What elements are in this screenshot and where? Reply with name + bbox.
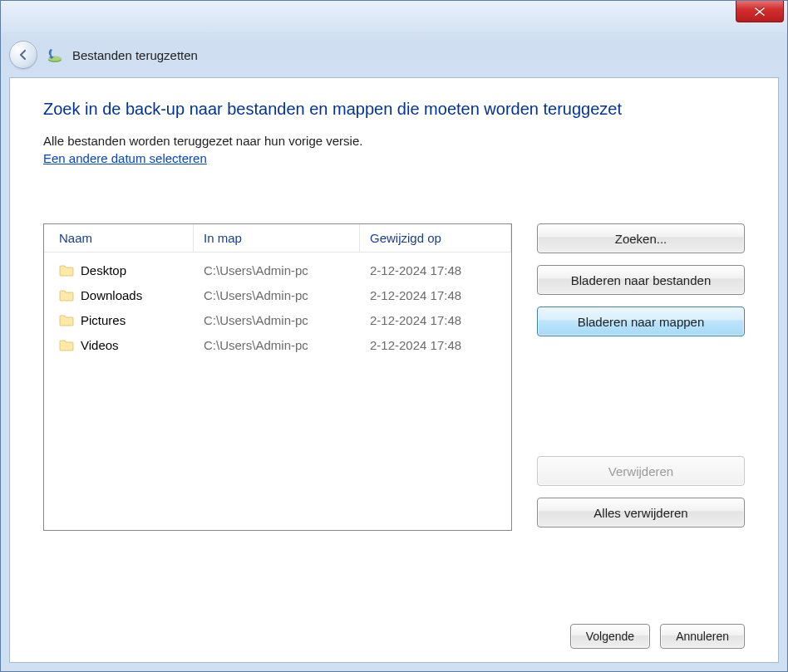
browse-files-button[interactable]: Bladeren naar bestanden <box>537 265 745 295</box>
item-folder: C:\Users\Admin-pc <box>194 263 360 277</box>
list-body: Desktop C:\Users\Admin-pc 2-12-2024 17:4… <box>44 253 511 357</box>
remove-all-button[interactable]: Alles verwijderen <box>537 498 745 527</box>
item-name: Videos <box>81 338 119 352</box>
remove-button: Verwijderen <box>537 456 745 486</box>
list-item[interactable]: Videos C:\Users\Admin-pc 2-12-2024 17:48 <box>44 332 511 357</box>
page-subtext: Alle bestanden worden teruggezet naar hu… <box>43 134 745 148</box>
wizard-window: Bestanden terugzetten Zoek in de back-up… <box>0 0 788 672</box>
close-button[interactable] <box>736 1 784 22</box>
item-name: Pictures <box>81 313 126 327</box>
file-list: Naam In map Gewijzigd op Desktop C:\User… <box>43 223 512 531</box>
item-modified: 2-12-2024 17:48 <box>360 313 511 327</box>
folder-icon <box>59 264 74 277</box>
back-button[interactable] <box>9 41 37 69</box>
item-folder: C:\Users\Admin-pc <box>194 313 360 327</box>
body-row: Naam In map Gewijzigd op Desktop C:\User… <box>43 223 745 531</box>
header-row: Bestanden terugzetten <box>1 32 787 77</box>
item-name: Desktop <box>81 263 126 277</box>
close-icon <box>754 7 766 17</box>
item-modified: 2-12-2024 17:48 <box>360 263 511 277</box>
folder-icon <box>59 314 74 326</box>
cancel-button[interactable]: Annuleren <box>660 624 745 649</box>
folder-icon <box>59 289 74 302</box>
list-item[interactable]: Pictures C:\Users\Admin-pc 2-12-2024 17:… <box>44 307 511 332</box>
item-modified: 2-12-2024 17:48 <box>360 288 511 302</box>
column-header-folder[interactable]: In map <box>194 224 360 252</box>
folder-icon <box>59 339 74 351</box>
page-heading: Zoek in de back-up naar bestanden en map… <box>43 100 745 119</box>
item-folder: C:\Users\Admin-pc <box>194 338 360 352</box>
list-item[interactable]: Downloads C:\Users\Admin-pc 2-12-2024 17… <box>44 282 511 307</box>
browse-folders-button[interactable]: Bladeren naar mappen <box>537 307 745 336</box>
column-header-modified[interactable]: Gewijzigd op <box>360 224 511 252</box>
arrow-left-icon <box>17 48 30 61</box>
list-header: Naam In map Gewijzigd op <box>44 224 511 253</box>
titlebar <box>1 1 787 32</box>
item-folder: C:\Users\Admin-pc <box>194 288 360 302</box>
select-date-link[interactable]: Een andere datum selecteren <box>43 151 745 165</box>
restore-app-icon <box>46 46 64 64</box>
wizard-footer: Volgende Annuleren <box>570 624 745 649</box>
column-header-name[interactable]: Naam <box>44 224 194 252</box>
window-title: Bestanden terugzetten <box>72 48 198 62</box>
item-modified: 2-12-2024 17:48 <box>360 338 511 352</box>
content-panel: Zoek in de back-up naar bestanden en map… <box>9 77 779 663</box>
next-button[interactable]: Volgende <box>570 624 650 649</box>
side-buttons: Zoeken... Bladeren naar bestanden Blader… <box>537 223 745 527</box>
search-button[interactable]: Zoeken... <box>537 223 745 253</box>
item-name: Downloads <box>81 288 142 302</box>
list-item[interactable]: Desktop C:\Users\Admin-pc 2-12-2024 17:4… <box>44 258 511 282</box>
